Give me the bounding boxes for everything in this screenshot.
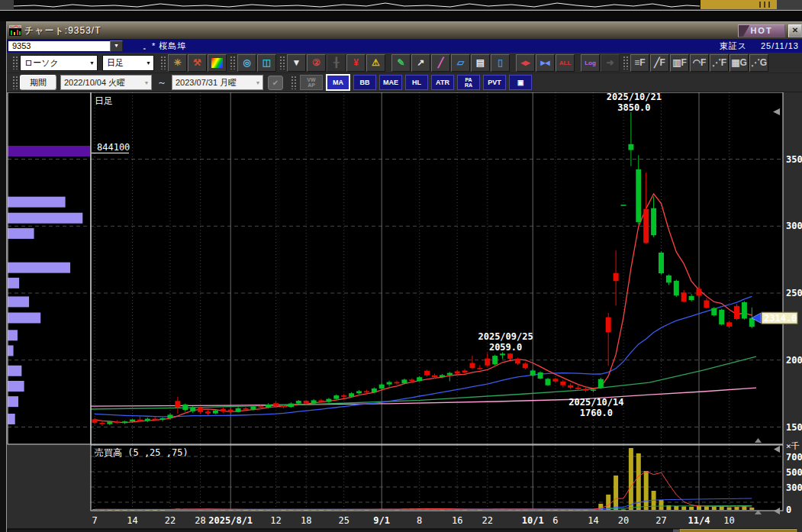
market-label: 東証ス [720, 41, 747, 50]
shrink-bars-icon[interactable]: ▸◂ [536, 54, 555, 72]
candlestick [734, 306, 739, 319]
data-download-icon[interactable]: ▼ [287, 54, 306, 72]
candlestick [575, 388, 581, 389]
toolbar-grip[interactable] [279, 56, 285, 69]
current-price-value: 2314.0 [764, 313, 797, 324]
period-from-select[interactable]: 2022/10/04 火曜 ▼ [60, 75, 152, 90]
hot-button[interactable]: HOT [738, 24, 785, 37]
toolbar-grip[interactable] [291, 76, 296, 89]
timeframe-select[interactable]: 日足 ▼ [102, 55, 154, 71]
x-axis-label: 7 [92, 515, 97, 526]
chart-window-icon [9, 25, 21, 36]
chart-type-select[interactable]: ローソク ▼ [20, 55, 98, 71]
indicator-ma[interactable]: MA [326, 74, 350, 91]
period-to-select[interactable]: 2023/07/31 月曜 ▼ [172, 75, 263, 90]
x-axis-label: 10/1 [522, 515, 544, 526]
toolbar-grip[interactable] [12, 56, 18, 69]
indicator-atr[interactable]: ATR [431, 75, 454, 90]
candlestick [311, 400, 317, 403]
window-mode-button[interactable]: ▣ [509, 75, 532, 90]
x-axis-label: 25 [338, 515, 349, 526]
candlestick [296, 401, 301, 404]
candlestick [114, 421, 120, 423]
fibo-timezone-icon[interactable]: ▥F [670, 54, 689, 72]
gann-grid-icon[interactable]: ▦G [730, 54, 749, 72]
candlestick [333, 395, 339, 399]
candlestick [168, 414, 173, 418]
profile-bar [8, 296, 29, 307]
volume-bar [636, 453, 641, 510]
profile-bar [8, 213, 82, 224]
candlestick [552, 379, 558, 382]
candlestick [356, 391, 362, 393]
log-scale-icon[interactable]: Log [581, 54, 600, 72]
candlestick [636, 169, 641, 222]
yen-arrows-icon[interactable]: ¥ [346, 54, 366, 72]
zoom-search-icon[interactable]: ◎ [237, 54, 256, 72]
candlestick [651, 208, 656, 235]
gann-fan-icon[interactable]: ⋰G [749, 54, 768, 72]
trendline-draw-icon[interactable]: ╱ [431, 54, 450, 72]
number-2-icon[interactable]: ② [307, 54, 326, 72]
stock-code-input[interactable]: 9353 [8, 41, 110, 51]
indicator-pvt[interactable]: PVT [483, 75, 506, 90]
move-arrow-icon[interactable]: ↗ [411, 54, 430, 72]
draw-pen-icon[interactable]: ✎ [391, 54, 411, 72]
pattern-net-icon[interactable]: ✳ [168, 54, 187, 72]
toolbar-grip[interactable] [623, 56, 628, 69]
eraser-icon[interactable]: ▱ [451, 54, 470, 72]
volume-panel-label: 売買高 (5 ,25 ,75) [95, 447, 188, 458]
toolbar-grip[interactable] [230, 56, 235, 69]
frame-layout-icon[interactable]: ◫ [257, 54, 276, 72]
period-button[interactable]: 期間 [20, 75, 56, 90]
profile-bar [8, 345, 14, 356]
chevron-down-icon[interactable]: ▼ [110, 40, 123, 52]
indicator-para[interactable]: PARA [457, 75, 480, 90]
candlestick [243, 408, 249, 410]
desktop-gap [0, 11, 802, 21]
volume-axis-label: 0 [786, 505, 791, 515]
copy-pages-icon[interactable]: ▤ [471, 54, 490, 72]
price-axis-label: 2500 [786, 288, 802, 298]
fibo-fan-icon[interactable]: ⋰F [710, 54, 729, 72]
indicator-bb[interactable]: BB [353, 75, 376, 90]
warning-icon[interactable]: ⚠ [366, 54, 385, 72]
toolbar-grip[interactable] [12, 76, 18, 89]
candlestick [530, 370, 536, 376]
candlestick [704, 300, 709, 308]
apply-period-button[interactable]: ✔ [268, 76, 283, 90]
candlestick [198, 408, 203, 412]
x-axis-label: 9/1 [373, 515, 390, 526]
candlestick [92, 419, 98, 423]
draw-pen-icon: ✎ [397, 57, 404, 68]
candlestick [137, 420, 143, 421]
period-toolbar: 期間 2022/10/04 火曜 ▼ ～ 2023/07/31 月曜 ▼ ✔ V… [7, 73, 802, 92]
chart-window: チャート:9353/T HOT ✕ 9353 ▼ 。* 桜島埠 東証ス 25/1… [6, 21, 802, 532]
show-all-icon[interactable]: ALL [556, 54, 575, 72]
candlestick [266, 405, 271, 408]
fibo-arc-icon[interactable]: ◠F [690, 54, 709, 72]
profile-bar [8, 381, 24, 392]
h-scrollbar-thumb[interactable] [680, 530, 797, 532]
crosshair-icon[interactable]: ╂ [327, 54, 346, 72]
toolbar-grip[interactable] [160, 56, 166, 69]
trash-icon[interactable]: ▯ [491, 54, 510, 72]
indicator-vwap[interactable]: VWAP [300, 75, 323, 90]
color-palette-icon[interactable] [208, 54, 227, 72]
fibo-retracement-icon[interactable]: ≡F [630, 54, 649, 72]
link-arrow-icon[interactable]: ➜ [601, 54, 620, 72]
fibo-trendline-icon[interactable]: ╱F [650, 54, 669, 72]
window-titlebar[interactable]: チャート:9353/T HOT ✕ [7, 22, 802, 39]
h-scrollbar-grip[interactable] [673, 530, 679, 532]
annotation-price: 2059.0 [489, 342, 522, 353]
candlestick [145, 419, 150, 421]
tilde-separator: ～ [157, 76, 166, 89]
close-icon[interactable]: ✕ [788, 24, 802, 37]
settings-tools-icon[interactable]: ⚒ [188, 54, 207, 72]
indicator-mae[interactable]: MAE [379, 75, 402, 90]
candlestick [681, 292, 687, 301]
indicator-hl[interactable]: HL [405, 75, 428, 90]
expand-bars-icon[interactable]: ◂▸ [516, 54, 535, 72]
candlestick [485, 359, 490, 366]
pattern-net-icon: ✳ [173, 57, 181, 68]
